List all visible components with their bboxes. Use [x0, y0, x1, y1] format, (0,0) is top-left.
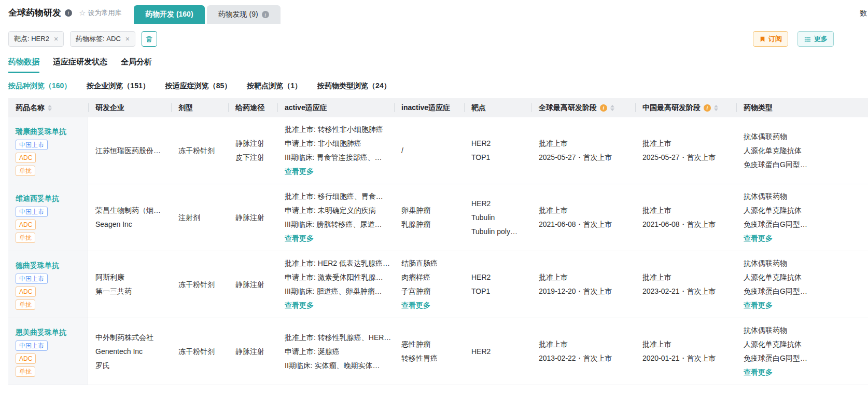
text-line: 静脉注射	[235, 345, 270, 359]
targets-cell: HER2TOP1	[464, 117, 531, 184]
info-icon[interactable]: i	[65, 9, 72, 17]
china-stage-cell: 批准上市2023-02-21・首次上市	[635, 251, 736, 318]
main-tab[interactable]: 药物发现 (9)i	[207, 5, 281, 24]
drug-tag: 单抗	[16, 299, 35, 310]
text-line: 静脉注射	[235, 211, 270, 225]
text-line: II期临床: 实体瘤、晚期实体…	[285, 359, 387, 373]
info-icon[interactable]: i	[600, 104, 607, 112]
sort-icon[interactable]	[714, 105, 718, 111]
sort-asc-caret	[48, 105, 52, 107]
clear-filters-button[interactable]	[142, 31, 157, 47]
company-cell: 阿斯利康第一三共药	[88, 251, 171, 318]
page-title: 全球药物研发	[8, 7, 61, 19]
targets-cell: HER2	[464, 318, 531, 385]
drug-name-link[interactable]: 瑞康曲妥珠单抗	[16, 126, 66, 137]
drug-tag: 中国上市	[16, 140, 48, 150]
browse-tab[interactable]: 按药物类型浏览（24）	[317, 81, 391, 91]
text-line: 第一三共药	[95, 284, 164, 298]
text-line: /	[401, 144, 457, 158]
view-more-link[interactable]: 查看更多	[744, 365, 773, 379]
column-header: inactive适应症	[394, 98, 464, 117]
text-line: 免疫球蛋白G同型…	[744, 284, 861, 298]
text-line: 抗体偶联药物	[744, 323, 861, 337]
text-line: 人源化单克隆抗体	[744, 337, 861, 351]
column-label: 给药途径	[235, 103, 264, 113]
dosage-form-cell: 注射剂	[171, 184, 228, 251]
section-tab[interactable]: 药物数据	[8, 57, 39, 73]
text-line: 申请上市: 涎腺癌	[285, 345, 387, 359]
sort-icon[interactable]	[610, 105, 614, 111]
subscribe-button[interactable]: 订阅	[753, 31, 788, 47]
drug-tag: 单抗	[16, 233, 35, 243]
company-cell: 江苏恒瑞医药股份…	[88, 117, 171, 184]
filter-chips: 靶点: HER2×药物标签: ADC×	[8, 31, 135, 47]
view-more-link[interactable]: 查看更多	[401, 298, 430, 312]
sort-desc-caret	[48, 108, 52, 111]
text-line: 静脉注射	[235, 278, 270, 292]
text-line: 批准上市	[642, 137, 729, 151]
text-line: 人源化单克隆抗体	[744, 270, 861, 284]
corner-partial-text: 数	[860, 9, 867, 18]
browse-tab[interactable]: 按适应症浏览（85）	[165, 81, 232, 91]
text-line: 冻干粉针剂	[178, 345, 221, 359]
column-label: 药品名称	[16, 103, 45, 113]
text-line: 2013-02-22・首次上市	[539, 351, 628, 365]
set-favorite-button[interactable]: ☆ 设为常用库	[79, 8, 121, 18]
column-header: 药物类型	[736, 98, 868, 117]
text-line: 抗体偶联药物	[744, 189, 861, 203]
trash-icon	[145, 35, 153, 43]
list-icon	[804, 35, 811, 43]
text-line: 结肠直肠癌	[401, 256, 457, 270]
close-icon[interactable]: ×	[54, 35, 58, 43]
filter-actions: 订阅 更多	[753, 31, 834, 47]
filter-chip: 药物标签: ADC×	[70, 31, 135, 47]
section-tab[interactable]: 适应症研发状态	[53, 57, 107, 73]
drug-table: 药品名称研发企业剂型给药途径active适应症inactive适应症靶点全球最高…	[8, 98, 868, 385]
browse-tab[interactable]: 按企业浏览（151）	[87, 81, 149, 91]
top-header: 全球药物研发 i ☆ 设为常用库 药物开发 (160)药物发现 (9)i 数	[0, 0, 868, 24]
text-line: 批准上市: 移行细胞癌、胃食…	[285, 189, 387, 203]
table-row: 恩美曲妥珠单抗中国上市ADC单抗中外制药株式会社Genentech Inc罗氏冻…	[8, 318, 868, 385]
section-tab[interactable]: 全局分析	[121, 57, 152, 73]
text-line: 批准上市: HER2 低表达乳腺癌…	[285, 256, 387, 270]
drug-name-link[interactable]: 维迪西妥单抗	[16, 193, 59, 204]
more-button[interactable]: 更多	[797, 31, 834, 47]
text-line: 中外制药株式会社	[95, 331, 164, 345]
text-line: 批准上市	[539, 270, 628, 284]
view-more-link[interactable]: 查看更多	[744, 231, 773, 246]
text-line: 申请上市: 激素受体阳性乳腺…	[285, 270, 387, 284]
drug-name-link[interactable]: 德曲妥珠单抗	[16, 260, 59, 271]
dosage-form-cell: 冻干粉针剂	[171, 251, 228, 318]
table-row: 维迪西妥单抗中国上市ADC单抗荣昌生物制药（烟…Seagen Inc注射剂静脉注…	[8, 184, 868, 251]
text-line: HER2	[471, 345, 524, 359]
browse-tab[interactable]: 按靶点浏览（1）	[247, 81, 302, 91]
set-favorite-label: 设为常用库	[88, 8, 121, 18]
drug-tag: 中国上市	[16, 340, 48, 351]
targets-cell: HER2TOP1	[464, 251, 531, 318]
drug-name-link[interactable]: 恩美曲妥珠单抗	[16, 326, 66, 338]
info-icon[interactable]: i	[704, 104, 711, 112]
route-cell: 静脉注射	[228, 318, 277, 385]
text-line: 免疫球蛋白G同型…	[744, 158, 861, 172]
main-tab[interactable]: 药物开发 (160)	[134, 5, 205, 24]
view-more-link[interactable]: 查看更多	[285, 165, 314, 179]
text-line: 人源化单克隆抗体	[744, 203, 861, 217]
column-header: 全球最高研发阶段i	[531, 98, 635, 117]
text-line: 皮下注射	[235, 151, 270, 165]
text-line: 2020-01-21・首次上市	[642, 351, 729, 365]
sort-asc-caret	[714, 105, 718, 107]
info-icon[interactable]: i	[262, 11, 269, 18]
main-tab-label: 药物开发 (160)	[145, 10, 193, 19]
close-icon[interactable]: ×	[125, 35, 130, 43]
route-cell: 静脉注射	[228, 184, 277, 251]
drug-tag: ADC	[16, 287, 36, 297]
sort-icon[interactable]	[48, 105, 52, 111]
drug-types-cell: 抗体偶联药物人源化单克隆抗体免疫球蛋白G同型…查看更多	[736, 251, 868, 318]
inactive-indications-cell: /	[394, 117, 464, 184]
browse-tab[interactable]: 按品种浏览（160）	[8, 81, 71, 91]
active-indications-cell: 批准上市: 移行细胞癌、胃食…申请上市: 未明确定义的疾病III期临床: 膀胱转…	[277, 184, 394, 251]
targets-cell: HER2TubulinTubulin poly…	[464, 184, 531, 251]
view-more-link[interactable]: 查看更多	[285, 298, 314, 312]
view-more-link[interactable]: 查看更多	[744, 298, 773, 312]
view-more-link[interactable]: 查看更多	[285, 231, 314, 246]
